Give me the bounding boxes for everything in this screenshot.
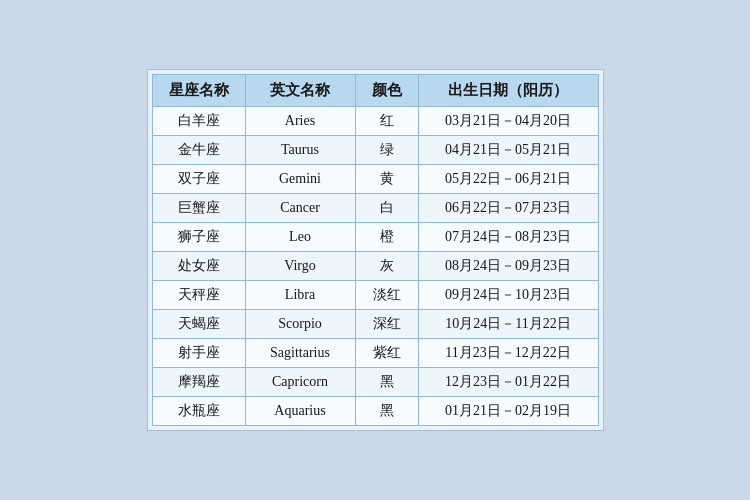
cell-date-range: 12月23日－01月22日 [418, 368, 598, 397]
cell-color: 淡红 [355, 281, 418, 310]
cell-en-name: Virgo [245, 252, 355, 281]
table-row: 天蝎座Scorpio深红10月24日－11月22日 [152, 310, 598, 339]
cell-en-name: Capricorn [245, 368, 355, 397]
cell-en-name: Taurus [245, 136, 355, 165]
cell-zh-name: 天蝎座 [152, 310, 245, 339]
cell-zh-name: 水瓶座 [152, 397, 245, 426]
cell-color: 红 [355, 107, 418, 136]
cell-en-name: Cancer [245, 194, 355, 223]
cell-zh-name: 摩羯座 [152, 368, 245, 397]
table-row: 天秤座Libra淡红09月24日－10月23日 [152, 281, 598, 310]
cell-zh-name: 双子座 [152, 165, 245, 194]
cell-color: 紫红 [355, 339, 418, 368]
zodiac-table-container: 星座名称 英文名称 颜色 出生日期（阳历） 白羊座Aries红03月21日－04… [147, 69, 604, 431]
cell-date-range: 01月21日－02月19日 [418, 397, 598, 426]
table-row: 摩羯座Capricorn黑12月23日－01月22日 [152, 368, 598, 397]
cell-zh-name: 狮子座 [152, 223, 245, 252]
header-en-name: 英文名称 [245, 75, 355, 107]
header-zh-name: 星座名称 [152, 75, 245, 107]
cell-zh-name: 白羊座 [152, 107, 245, 136]
table-row: 双子座Gemini黄05月22日－06月21日 [152, 165, 598, 194]
cell-date-range: 07月24日－08月23日 [418, 223, 598, 252]
cell-date-range: 03月21日－04月20日 [418, 107, 598, 136]
cell-en-name: Scorpio [245, 310, 355, 339]
cell-en-name: Libra [245, 281, 355, 310]
cell-en-name: Aquarius [245, 397, 355, 426]
cell-color: 绿 [355, 136, 418, 165]
cell-en-name: Leo [245, 223, 355, 252]
cell-zh-name: 巨蟹座 [152, 194, 245, 223]
cell-en-name: Sagittarius [245, 339, 355, 368]
cell-color: 黑 [355, 397, 418, 426]
zodiac-table: 星座名称 英文名称 颜色 出生日期（阳历） 白羊座Aries红03月21日－04… [152, 74, 599, 426]
cell-color: 黑 [355, 368, 418, 397]
cell-color: 深红 [355, 310, 418, 339]
table-row: 射手座Sagittarius紫红11月23日－12月22日 [152, 339, 598, 368]
cell-date-range: 08月24日－09月23日 [418, 252, 598, 281]
cell-date-range: 05月22日－06月21日 [418, 165, 598, 194]
cell-zh-name: 处女座 [152, 252, 245, 281]
cell-color: 橙 [355, 223, 418, 252]
header-color: 颜色 [355, 75, 418, 107]
cell-zh-name: 天秤座 [152, 281, 245, 310]
cell-date-range: 11月23日－12月22日 [418, 339, 598, 368]
table-row: 巨蟹座Cancer白06月22日－07月23日 [152, 194, 598, 223]
header-date-range: 出生日期（阳历） [418, 75, 598, 107]
cell-en-name: Aries [245, 107, 355, 136]
table-row: 处女座Virgo灰08月24日－09月23日 [152, 252, 598, 281]
table-row: 水瓶座Aquarius黑01月21日－02月19日 [152, 397, 598, 426]
cell-date-range: 04月21日－05月21日 [418, 136, 598, 165]
table-header-row: 星座名称 英文名称 颜色 出生日期（阳历） [152, 75, 598, 107]
cell-zh-name: 射手座 [152, 339, 245, 368]
cell-date-range: 06月22日－07月23日 [418, 194, 598, 223]
cell-color: 黄 [355, 165, 418, 194]
table-row: 白羊座Aries红03月21日－04月20日 [152, 107, 598, 136]
cell-date-range: 09月24日－10月23日 [418, 281, 598, 310]
table-body: 白羊座Aries红03月21日－04月20日金牛座Taurus绿04月21日－0… [152, 107, 598, 426]
table-row: 狮子座Leo橙07月24日－08月23日 [152, 223, 598, 252]
cell-color: 灰 [355, 252, 418, 281]
cell-zh-name: 金牛座 [152, 136, 245, 165]
cell-en-name: Gemini [245, 165, 355, 194]
table-row: 金牛座Taurus绿04月21日－05月21日 [152, 136, 598, 165]
cell-date-range: 10月24日－11月22日 [418, 310, 598, 339]
cell-color: 白 [355, 194, 418, 223]
